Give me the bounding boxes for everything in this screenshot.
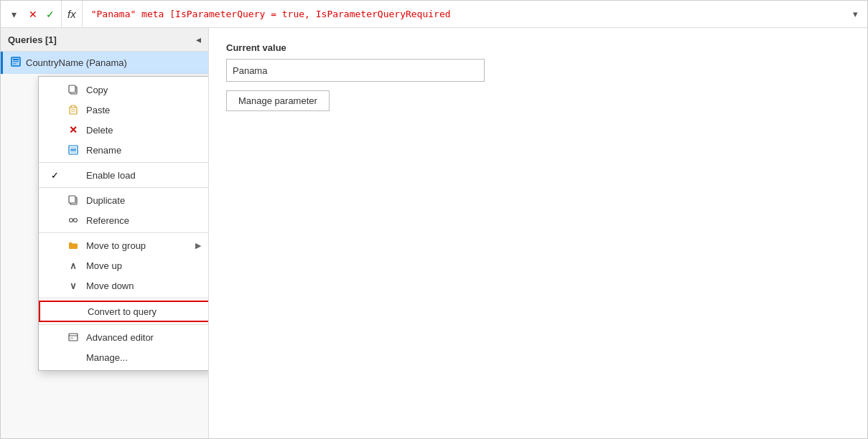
menu-item-reference-label: Reference — [86, 215, 201, 226]
formula-text[interactable]: "Panama" meta [IsParameterQuery = true, … — [85, 9, 844, 19]
menu-item-copy[interactable]: Copy — [39, 80, 208, 100]
menu-item-copy-label: Copy — [86, 85, 201, 95]
manage-icon — [67, 351, 79, 363]
menu-item-duplicate[interactable]: Duplicate — [39, 190, 208, 210]
fx-label: fx — [61, 1, 83, 27]
menu-item-enable-load-label: Enable load — [86, 170, 201, 181]
advanced-editor-icon — [67, 331, 79, 343]
query-item[interactable]: CountryName (Panama) — [1, 52, 208, 74]
menu-item-advanced-editor[interactable]: Advanced editor — [39, 327, 208, 347]
sidebar-collapse-button[interactable]: ◂ — [196, 34, 201, 45]
menu-item-move-to-group-label: Move to group — [86, 240, 188, 251]
convert-to-query-icon — [69, 306, 80, 317]
formula-bar-chevron[interactable]: ▾ — [5, 6, 22, 23]
svg-rect-6 — [69, 85, 75, 93]
menu-item-move-up[interactable]: ∧ Move up — [39, 255, 208, 275]
separator-2 — [39, 187, 208, 188]
menu-item-duplicate-label: Duplicate — [86, 195, 201, 206]
menu-item-manage-label: Manage... — [86, 352, 201, 363]
svg-rect-3 — [13, 61, 19, 62]
formula-bar-actions: ✕ ✓ — [25, 6, 58, 22]
formula-expand-button[interactable]: ▾ — [847, 6, 863, 22]
menu-item-rename-label: Rename — [86, 145, 201, 156]
enable-load-icon — [67, 169, 79, 181]
menu-item-manage[interactable]: Manage... — [39, 347, 208, 367]
separator-3 — [39, 232, 208, 233]
menu-item-delete[interactable]: ✕ Delete — [39, 120, 208, 140]
folder-icon — [67, 240, 79, 251]
confirm-button[interactable]: ✓ — [42, 6, 58, 22]
submenu-arrow-icon: ▶ — [195, 241, 201, 250]
svg-rect-15 — [69, 196, 75, 203]
query-item-icon — [10, 56, 22, 70]
menu-item-rename[interactable]: Rename — [39, 140, 208, 160]
menu-item-paste-label: Paste — [86, 105, 201, 115]
menu-item-convert-to-query[interactable]: Convert to query — [39, 301, 208, 322]
menu-item-move-down[interactable]: ∨ Move down — [39, 275, 208, 296]
cancel-button[interactable]: ✕ — [25, 6, 41, 22]
menu-item-convert-to-query-label: Convert to query — [88, 306, 200, 317]
formula-bar: ▾ ✕ ✓ fx "Panama" meta [IsParameterQuery… — [1, 1, 867, 28]
rename-icon — [67, 144, 79, 156]
delete-icon: ✕ — [67, 124, 79, 136]
menu-item-move-to-group[interactable]: Move to group ▶ — [39, 235, 208, 255]
menu-item-move-up-label: Move up — [86, 260, 201, 271]
separator-5 — [39, 324, 208, 325]
menu-item-move-down-label: Move down — [86, 280, 201, 291]
query-name: CountryName (Panama) — [26, 57, 127, 68]
separator-4 — [39, 298, 208, 298]
current-value-label: Current value — [226, 42, 850, 53]
sidebar: Queries [1] ◂ CountryName ( — [1, 28, 209, 438]
svg-rect-8 — [71, 105, 75, 108]
svg-rect-10 — [71, 111, 75, 112]
sidebar-title: Queries [1] — [8, 34, 57, 45]
manage-parameter-button[interactable]: Manage parameter — [226, 90, 330, 111]
menu-item-delete-label: Delete — [86, 125, 201, 136]
move-up-icon: ∧ — [67, 260, 79, 271]
main-content: Queries [1] ◂ CountryName ( — [1, 28, 867, 438]
svg-point-17 — [74, 219, 78, 222]
duplicate-icon — [67, 194, 79, 206]
reference-icon — [67, 214, 79, 226]
svg-rect-2 — [13, 59, 19, 60]
menu-item-reference[interactable]: Reference — [39, 210, 208, 230]
menu-item-enable-load[interactable]: ✓ Enable load — [39, 165, 208, 185]
separator-1 — [39, 162, 208, 163]
right-panel: Current value Manage parameter — [209, 28, 867, 438]
context-menu: Copy Paste — [38, 76, 208, 371]
move-down-icon: ∨ — [67, 280, 79, 291]
svg-rect-18 — [69, 334, 78, 341]
current-value-input[interactable] — [226, 59, 485, 82]
sidebar-header: Queries [1] ◂ — [1, 28, 208, 52]
menu-item-advanced-editor-label: Advanced editor — [86, 332, 201, 343]
svg-rect-20 — [70, 337, 73, 339]
sidebar-queries: CountryName (Panama) Copy — [1, 52, 208, 438]
copy-icon — [67, 84, 79, 95]
menu-item-paste[interactable]: Paste — [39, 100, 208, 120]
svg-rect-4 — [13, 63, 17, 65]
paste-icon — [67, 104, 79, 115]
menu-item-enable-load-check: ✓ — [49, 170, 60, 181]
svg-rect-9 — [71, 109, 75, 110]
svg-point-16 — [70, 219, 73, 222]
